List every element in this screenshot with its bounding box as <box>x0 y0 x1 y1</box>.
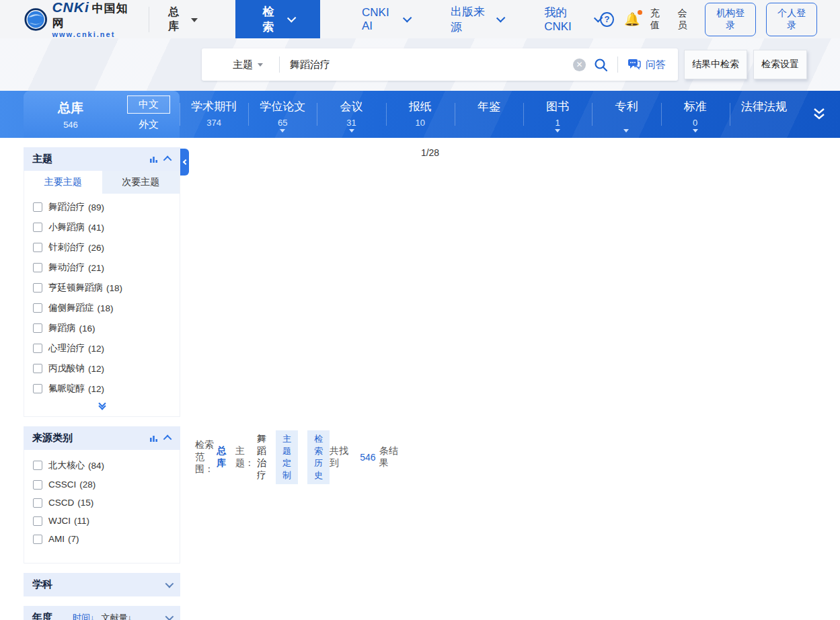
caret-down-icon <box>349 129 354 132</box>
filter-checkbox-item[interactable]: CSSCI (28) <box>24 475 180 494</box>
nav-item-search[interactable]: 检索 <box>235 0 320 38</box>
cnki-logo[interactable]: CNKi中国知网 www.cnki.net <box>24 7 149 32</box>
search-scope-bar: 检索范围： 总库 主题： 舞蹈治疗 主题定制 检索历史 共找到 546 条结果 … <box>195 147 833 620</box>
checkbox[interactable] <box>33 480 42 490</box>
search-in-results-button[interactable]: 结果中检索 <box>684 50 747 79</box>
member-link[interactable]: 会员 <box>678 7 695 32</box>
filter-group-year: 年度 时间↓ 文献量↓ <box>24 606 180 620</box>
filter-group-header[interactable]: 年度 时间↓ 文献量↓ <box>24 606 180 620</box>
checkbox[interactable] <box>33 344 42 353</box>
filter-checkbox-item[interactable]: 舞蹈病 (16) <box>24 318 180 338</box>
clear-search-icon[interactable]: ✕ <box>573 59 586 71</box>
checkbox[interactable] <box>33 202 42 212</box>
chevron-up-icon[interactable] <box>163 435 172 444</box>
db-tab[interactable]: 专利 <box>592 91 660 138</box>
filter-group-header[interactable]: 来源类别 <box>24 426 180 450</box>
results-count: 共找到 546 条结果 1/28 › <box>330 147 840 620</box>
checkbox[interactable] <box>33 263 42 272</box>
checkbox[interactable] <box>33 384 42 393</box>
filter-checkbox-item[interactable]: 小舞蹈病 (41) <box>24 217 180 237</box>
checkbox[interactable] <box>33 283 42 293</box>
filter-checkbox-item[interactable]: 亨廷顿舞蹈病 (18) <box>24 278 180 298</box>
filter-checkbox-item[interactable]: 心理治疗 (12) <box>24 338 180 358</box>
filter-group-header[interactable]: 学科 <box>24 573 180 596</box>
top-nav: 总库 检索 CNKI AI 出版来源 我的CNKI <box>149 0 600 38</box>
search-zone: 主题 ✕ 问答 结果中检索 检索设置 <box>0 38 840 91</box>
nav-item-cnki-ai[interactable]: CNKI AI <box>362 6 409 33</box>
checkbox[interactable] <box>33 461 42 470</box>
help-icon[interactable]: ? <box>600 12 614 27</box>
filter-checkbox-item[interactable]: WJCI (11) <box>24 512 180 530</box>
db-tab[interactable]: 报纸 10 <box>386 91 455 138</box>
filter-checkbox-item[interactable]: 舞蹈治疗 (89) <box>24 197 180 217</box>
scope-value[interactable]: 总库 <box>217 445 226 469</box>
topic-tab[interactable]: 主要主题 <box>24 171 102 194</box>
topic-customize-button[interactable]: 主题定制 <box>276 430 298 484</box>
checkbox[interactable] <box>33 364 42 373</box>
org-login-button[interactable]: 机构登录 <box>705 3 756 36</box>
recharge-link[interactable]: 充值 <box>650 7 668 32</box>
chevron-down-icon[interactable] <box>165 580 174 588</box>
qa-button[interactable]: 问答 <box>618 59 678 71</box>
checkbox[interactable] <box>33 223 42 232</box>
filter-checkbox-item[interactable]: 丙戊酸钠 (12) <box>24 358 180 379</box>
db-tab[interactable]: 年鉴 <box>455 91 523 138</box>
site-switcher-zongku[interactable]: 总库 <box>168 5 198 34</box>
filter-checkbox-item[interactable]: 氟哌啶醇 (12) <box>24 379 180 399</box>
chat-icon <box>627 59 641 71</box>
search-field-select[interactable]: 主题 <box>202 59 279 71</box>
sidebar-collapse-handle[interactable] <box>180 149 189 176</box>
database-tab-bar: 总库 546 中文 外文 学术期刊 374 学位论文 <box>0 91 840 138</box>
db-count: 31 <box>346 118 356 128</box>
checkbox[interactable] <box>33 303 42 313</box>
db-tab-zongku-active[interactable]: 总库 546 中文 外文 <box>24 91 180 138</box>
checkbox[interactable] <box>33 516 42 526</box>
filter-checkbox-item[interactable]: 北大核心 (84) <box>24 455 180 475</box>
item-count: (21) <box>88 263 104 273</box>
bar-chart-icon[interactable] <box>149 434 159 442</box>
sort-by-time[interactable]: 时间↓ <box>73 612 95 620</box>
search-history-button[interactable]: 检索历史 <box>307 430 330 484</box>
db-tab[interactable]: 学术期刊 374 <box>180 91 248 138</box>
filter-checkbox-item[interactable]: 偏侧舞蹈症 (18) <box>24 298 180 318</box>
results-area: 检索范围： 总库 主题： 舞蹈治疗 主题定制 检索历史 共找到 546 条结果 … <box>195 147 833 620</box>
checkbox[interactable] <box>33 535 42 544</box>
checkbox[interactable] <box>33 243 42 252</box>
nav-item-publish-source[interactable]: 出版来源 <box>451 4 502 35</box>
item-count: (7) <box>68 534 79 544</box>
sort-by-count[interactable]: 文献量↓ <box>102 612 132 620</box>
filter-group-subject: 学科 <box>24 573 180 596</box>
db-tab[interactable]: 学位论文 65 <box>248 91 317 138</box>
db-tab[interactable]: 标准 0 <box>661 91 730 138</box>
topic-tab[interactable]: 次要主题 <box>102 171 180 194</box>
search-settings-button[interactable]: 检索设置 <box>753 50 807 79</box>
filter-checkbox-item[interactable]: CSCD (15) <box>24 494 180 512</box>
item-count: (18) <box>98 303 114 313</box>
bar-chart-icon[interactable] <box>149 155 159 163</box>
language-option[interactable]: 中文 <box>127 95 170 114</box>
caret-down-icon <box>555 129 560 132</box>
filter-checkbox-item[interactable]: 舞动治疗 (21) <box>24 258 180 278</box>
notification-bell-icon[interactable]: 🔔 <box>624 11 640 27</box>
checkbox[interactable] <box>33 323 42 333</box>
more-databases-button[interactable] <box>798 91 840 138</box>
filter-group-header[interactable]: 主题 <box>24 147 180 171</box>
checkbox[interactable] <box>33 498 42 508</box>
filter-checkbox-item[interactable]: 针刺治疗 (26) <box>24 237 180 258</box>
chevron-down-icon[interactable] <box>165 613 174 620</box>
expand-more-button[interactable] <box>24 399 180 416</box>
caret-down-icon <box>258 63 263 67</box>
filter-checkbox-item[interactable]: AMI (7) <box>24 530 180 548</box>
db-tab[interactable]: 法律法规 <box>730 91 798 138</box>
personal-login-button[interactable]: 个人登录 <box>766 3 817 36</box>
search-icon[interactable] <box>594 58 608 72</box>
language-option[interactable]: 外文 <box>128 116 169 133</box>
logo-url: www.cnki.net <box>52 30 137 38</box>
page-indicator: 1/28 <box>421 147 840 620</box>
nav-item-my-cnki[interactable]: 我的CNKI <box>544 5 600 34</box>
chevron-up-icon[interactable] <box>163 156 172 165</box>
header-right: ? 🔔 充值 会员 机构登录 个人登录 <box>600 3 840 36</box>
db-tab[interactable]: 会议 31 <box>317 91 385 138</box>
search-input[interactable] <box>280 59 573 71</box>
db-tab[interactable]: 图书 1 <box>523 91 592 138</box>
